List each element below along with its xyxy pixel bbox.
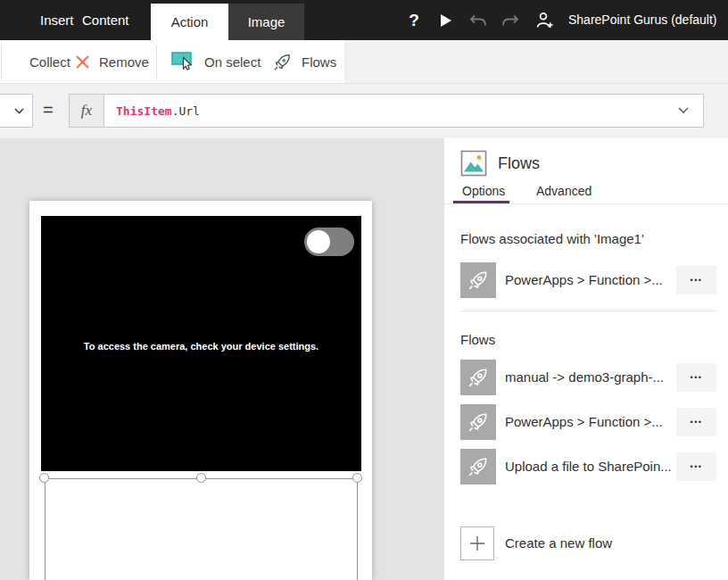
tab-image[interactable]: Image [228, 4, 304, 40]
create-new-flow-label: Create a new flow [505, 526, 612, 561]
design-canvas: To access the camera, check your device … [0, 138, 443, 580]
image1-control-selected[interactable] [45, 478, 358, 580]
create-new-flow-button[interactable]: Create a new flow [460, 526, 716, 561]
list-item-associated-flow[interactable]: PowerApps > Function >... ••• [460, 262, 716, 298]
flow-name: PowerApps > Function >... [505, 404, 663, 440]
flows-heading: Flows [460, 332, 495, 347]
chevron-down-icon [14, 108, 24, 114]
collect-label: Collect [29, 54, 70, 70]
top-menu-bar: Insert Content Action Image ? SharePoint… [0, 0, 728, 40]
image-control-icon [460, 150, 487, 180]
tab-advanced[interactable]: Advanced [536, 184, 592, 198]
selection-handle-top-right[interactable] [352, 473, 362, 483]
property-dropdown[interactable] [0, 94, 33, 128]
redo-icon[interactable] [499, 0, 522, 40]
ribbon-button-group: Collect Remove On select Flows [0, 40, 344, 83]
flow-rocket-icon [460, 449, 496, 485]
fx-icon: fx [69, 94, 104, 128]
help-icon[interactable]: ? [402, 0, 426, 40]
selection-handle-top-center[interactable] [196, 473, 206, 483]
formula-property-token: .Url [172, 104, 200, 118]
more-options-button[interactable]: ••• [676, 363, 716, 392]
list-item-flow[interactable]: PowerApps > Function >... ••• [460, 404, 716, 440]
formula-bar: = fx ThisItem.Url [0, 83, 728, 138]
collect-button[interactable]: Collect [29, 40, 70, 83]
ribbon-toolbar: Collect Remove On select Flows [0, 40, 728, 83]
formula-input[interactable]: ThisItem.Url [103, 94, 704, 128]
list-item-flow[interactable]: manual -> demo3-graph-... ••• [460, 360, 716, 395]
remove-button[interactable]: Remove [75, 40, 149, 83]
add-user-icon[interactable] [533, 0, 556, 40]
camera-message: To access the camera, check your device … [41, 341, 361, 352]
tab-strip-border [444, 203, 728, 204]
powerapps-studio: Insert Content Action Image ? SharePoint… [0, 0, 728, 580]
flow-rocket-icon [460, 262, 496, 298]
on-select-icon [171, 52, 195, 71]
toggle-knob [307, 230, 330, 253]
formula-entity-token: ThisItem [116, 104, 172, 118]
camera-toggle[interactable] [304, 228, 354, 256]
more-options-button[interactable]: ••• [676, 452, 716, 481]
tab-action[interactable]: Action [151, 4, 228, 40]
on-select-button[interactable]: On select [171, 40, 261, 83]
play-triangle [440, 13, 452, 28]
ribbon-separator [156, 45, 157, 79]
flow-rocket-icon [460, 404, 496, 440]
play-preview-icon[interactable] [435, 0, 457, 40]
undo-icon[interactable] [467, 0, 490, 40]
on-select-label: On select [204, 54, 261, 70]
flows-label: Flows [302, 54, 336, 70]
tab-insert[interactable]: Insert [40, 0, 74, 40]
camera-control[interactable]: To access the camera, check your device … [41, 216, 361, 471]
ribbon-separator [1, 45, 2, 79]
more-options-button[interactable]: ••• [676, 408, 716, 436]
flows-button[interactable]: Flows [272, 40, 336, 83]
more-options-button[interactable]: ••• [676, 266, 716, 294]
panel-title: Flows [498, 150, 540, 177]
list-item-flow[interactable]: Upload a file to SharePoin... ••• [460, 449, 716, 485]
tab-options[interactable]: Options [462, 184, 505, 198]
flow-name: PowerApps > Function >... [505, 262, 663, 298]
remove-x-icon [75, 54, 90, 70]
rocket-icon [272, 52, 293, 72]
flow-name: Upload a file to SharePoin... [505, 449, 672, 485]
remove-label: Remove [99, 54, 149, 70]
flow-rocket-icon [460, 360, 496, 395]
tab-content[interactable]: Content [82, 0, 129, 40]
flows-panel: Flows Options Advanced Flows associated … [443, 138, 728, 580]
flow-name: manual -> demo3-graph-... [505, 360, 664, 395]
account-environment-label[interactable]: SharePoint Gurus (default) [568, 0, 717, 40]
selection-handle-top-left[interactable] [39, 473, 49, 483]
section-divider [460, 311, 716, 311]
associated-flows-heading: Flows associated with 'Image1' [460, 231, 644, 246]
app-screen-artboard[interactable]: To access the camera, check your device … [29, 201, 372, 580]
equals-sign: = [43, 94, 54, 128]
expand-formula-chevron-icon[interactable] [673, 94, 694, 128]
plus-icon [460, 526, 494, 560]
